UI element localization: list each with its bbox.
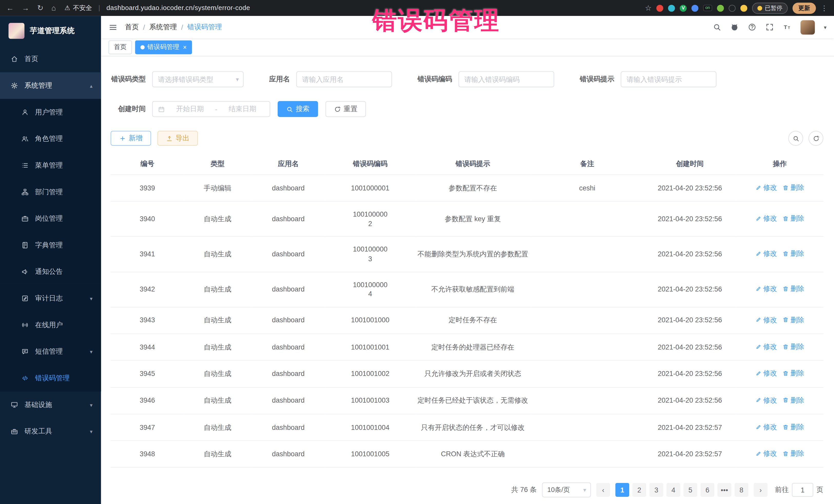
error-type-select[interactable]: ▾ xyxy=(152,71,244,87)
pager-ellipsis[interactable]: ••• xyxy=(718,483,731,497)
delete-link[interactable]: 删除 xyxy=(783,315,804,324)
profile-avatar[interactable] xyxy=(740,5,747,12)
sidebar-item-role[interactable]: 角色管理 xyxy=(0,126,101,152)
browser-menu-icon[interactable]: ⋮ xyxy=(821,4,828,12)
browser-home-icon[interactable]: ⌂ xyxy=(51,4,56,12)
page-button-1[interactable]: 1 xyxy=(615,483,629,497)
user-avatar[interactable] xyxy=(800,20,815,35)
sidebar-item-online-user[interactable]: 在线用户 xyxy=(0,312,101,338)
sidebar-item-system[interactable]: 系统管理▴ xyxy=(0,72,101,99)
sidebar-item-user[interactable]: 用户管理 xyxy=(0,99,101,126)
hamburger-icon[interactable] xyxy=(109,23,117,31)
page-button-2[interactable]: 2 xyxy=(632,483,646,497)
sidebar-item-home[interactable]: 首页 xyxy=(0,46,101,72)
edit-link[interactable]: 修改 xyxy=(755,214,777,223)
delete-link[interactable]: 删除 xyxy=(783,183,804,192)
delete-link[interactable]: 删除 xyxy=(783,342,804,351)
filter-create-time: 创建时间 开始日期 - 结束日期 xyxy=(111,101,270,117)
edit-link[interactable]: 修改 xyxy=(755,422,777,431)
breadcrumb-system[interactable]: 系统管理 xyxy=(149,22,177,32)
delete-link[interactable]: 删除 xyxy=(783,249,804,258)
edit-link[interactable]: 修改 xyxy=(755,183,777,192)
add-button[interactable]: 新增 xyxy=(111,131,151,146)
delete-link[interactable]: 删除 xyxy=(783,214,804,223)
browser-reload-icon[interactable]: ↻ xyxy=(37,4,43,12)
date-range-picker[interactable]: 开始日期 - 结束日期 xyxy=(152,101,270,117)
code-icon xyxy=(21,374,29,382)
toggle-search-button[interactable] xyxy=(788,131,803,146)
page-size-select[interactable]: 10条/页 ▾ xyxy=(542,483,591,498)
chevron-down-icon[interactable]: ▾ xyxy=(824,24,827,30)
paused-badge[interactable]: 已暂停 xyxy=(752,2,788,14)
breadcrumb-home[interactable]: 首页 xyxy=(125,22,139,32)
sidebar-item-notice[interactable]: 通知公告 xyxy=(0,258,101,285)
prev-page-button[interactable]: ‹ xyxy=(596,483,610,497)
extension-icon[interactable] xyxy=(692,5,699,12)
page-button-3[interactable]: 3 xyxy=(650,483,663,497)
tab-home[interactable]: 首页 xyxy=(109,40,132,54)
column-header: 备注 xyxy=(531,153,643,175)
extension-icon[interactable] xyxy=(656,5,663,12)
reset-button[interactable]: 重置 xyxy=(325,101,366,117)
export-button[interactable]: 导出 xyxy=(158,131,198,146)
cell-id: 3940 xyxy=(111,201,184,237)
error-code-input[interactable] xyxy=(459,72,554,87)
fullscreen-icon[interactable] xyxy=(766,23,774,31)
sidebar-item-devtools[interactable]: 研发工具▾ xyxy=(0,418,101,445)
sidebar-item-dict[interactable]: 字典管理 xyxy=(0,232,101,259)
edit-link[interactable]: 修改 xyxy=(755,395,777,405)
delete-link[interactable]: 删除 xyxy=(783,369,804,378)
close-icon[interactable]: × xyxy=(183,43,187,51)
sidebar-item-sms[interactable]: 短信管理▾ xyxy=(0,338,101,365)
extension-icon[interactable]: on xyxy=(703,5,712,11)
sidebar-item-infra[interactable]: 基础设施▾ xyxy=(0,392,101,418)
pencil-icon xyxy=(755,343,762,350)
app-name-input[interactable] xyxy=(297,72,392,87)
error-message-input[interactable] xyxy=(621,72,716,87)
app-logo[interactable]: 芋道管理系统 xyxy=(0,16,101,46)
extension-icon[interactable]: V xyxy=(680,5,687,12)
browser-back-icon[interactable]: ← xyxy=(6,4,14,12)
column-header: 应用名 xyxy=(251,153,325,175)
delete-link[interactable]: 删除 xyxy=(783,449,804,458)
page-button-6[interactable]: 6 xyxy=(701,483,715,497)
delete-link[interactable]: 删除 xyxy=(783,422,804,431)
edit-link[interactable]: 修改 xyxy=(755,342,777,351)
edit-link[interactable]: 修改 xyxy=(755,249,777,258)
page-button-8[interactable]: 8 xyxy=(734,483,748,497)
extension-icon[interactable] xyxy=(729,5,736,12)
end-date-placeholder: 结束日期 xyxy=(220,104,264,114)
sidebar-item-menu[interactable]: 菜单管理 xyxy=(0,152,101,179)
sidebar-item-dept[interactable]: 部门管理 xyxy=(0,179,101,205)
search-button[interactable]: 搜索 xyxy=(278,101,318,117)
page-button-5[interactable]: 5 xyxy=(683,483,697,497)
extension-icon[interactable] xyxy=(668,5,675,12)
bookmark-star-icon[interactable]: ☆ xyxy=(645,4,652,12)
delete-link[interactable]: 删除 xyxy=(783,284,804,293)
address-bar[interactable]: dashboard.yudao.iocoder.cn/system/error-… xyxy=(107,4,250,12)
page-button-4[interactable]: 4 xyxy=(666,483,680,497)
sidebar-item-post[interactable]: 岗位管理 xyxy=(0,205,101,232)
search-icon[interactable] xyxy=(712,23,721,31)
next-page-button[interactable]: › xyxy=(754,483,768,497)
refresh-table-button[interactable] xyxy=(809,131,824,146)
security-indicator[interactable]: ⚠ 不安全 xyxy=(64,3,92,12)
github-icon[interactable] xyxy=(730,23,739,31)
error-type-input[interactable] xyxy=(153,72,243,87)
sidebar-item-error-code[interactable]: 错误码管理 xyxy=(0,365,101,392)
cell-remark xyxy=(531,441,643,467)
fontsize-icon[interactable] xyxy=(783,23,791,31)
edit-link[interactable]: 修改 xyxy=(755,449,777,458)
delete-link[interactable]: 删除 xyxy=(783,395,804,405)
browser-forward-icon[interactable]: → xyxy=(22,4,29,12)
help-icon[interactable] xyxy=(748,23,756,31)
edit-link[interactable]: 修改 xyxy=(755,315,777,324)
edit-link[interactable]: 修改 xyxy=(755,369,777,378)
update-button[interactable]: 更新 xyxy=(792,2,816,14)
page-jump-input[interactable] xyxy=(792,483,813,497)
extension-icon[interactable] xyxy=(717,5,724,12)
date-separator: - xyxy=(215,105,217,113)
sidebar-item-audit-log[interactable]: 审计日志▾ xyxy=(0,285,101,312)
edit-link[interactable]: 修改 xyxy=(755,284,777,293)
tab-error-code[interactable]: 错误码管理× xyxy=(135,40,192,54)
